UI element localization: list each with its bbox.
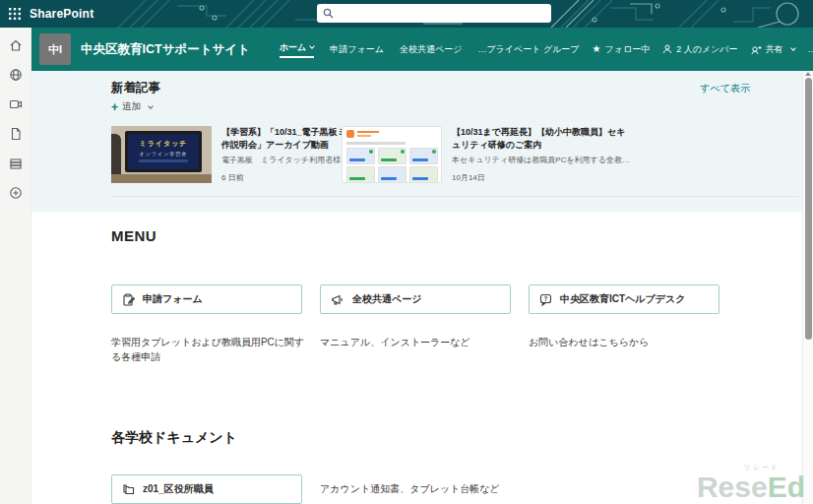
docs-button-z01[interactable]: z01_区役所職員: [111, 474, 302, 504]
suite-bar: SharePoint: [0, 0, 813, 28]
menu-button-helpdesk[interactable]: ? 中央区教育ICTヘルプデスク: [529, 284, 719, 314]
svg-text:?: ?: [544, 294, 548, 301]
nav-application-form[interactable]: 申請フォーム: [330, 43, 384, 56]
person-icon: [662, 44, 672, 54]
megaphone-icon: [331, 293, 344, 306]
site-logo[interactable]: 中I: [39, 33, 71, 65]
docs-description: アカウント通知書、タブレット台帳など: [320, 481, 635, 496]
docs-heading: 各学校ドキュメント: [111, 429, 237, 447]
scrollbar[interactable]: [802, 71, 813, 504]
watermark-reseed: リシード ReseEd: [697, 463, 805, 502]
chevron-down-icon: [790, 45, 796, 51]
main-content: 新着記事 すべて表示 + 追加 ミライタッチ オンライン学習会: [31, 71, 813, 504]
privacy-label: プライベート グループ: [486, 43, 579, 56]
news-card[interactable]: 【10/31まで再延長】【幼小中教職員】セキュリティ研修のご案内 本セキュリティ…: [342, 126, 637, 185]
home-icon[interactable]: [8, 37, 24, 53]
news-title[interactable]: 【10/31まで再延長】【幼小中教職員】セキュリティ研修のご案内: [452, 126, 631, 152]
news-thumbnail-seminar-photo: ミライタッチ オンライン学習会: [111, 126, 212, 183]
clipboard-pen-icon: [122, 293, 135, 306]
site-nav: ホーム 申請フォーム 全校共通ページ …: [280, 41, 486, 58]
share-button[interactable]: 共有: [751, 43, 795, 56]
share-icon: [751, 44, 762, 55]
watermark-ruby: リシード: [697, 463, 780, 472]
star-icon: ★: [593, 44, 601, 54]
nav-common-pages[interactable]: 全校共通ページ: [400, 43, 462, 56]
see-all-link[interactable]: すべて表示: [700, 82, 750, 95]
globe-icon[interactable]: [8, 67, 24, 83]
nav-more[interactable]: …: [477, 44, 486, 54]
search-box[interactable]: [317, 4, 551, 23]
create-plus-icon[interactable]: [8, 185, 24, 201]
members-button[interactable]: 2 人のメンバー: [662, 43, 737, 56]
document-icon[interactable]: [8, 126, 24, 142]
help-chat-icon: ?: [539, 293, 552, 306]
table-surface: [111, 174, 212, 183]
chevron-down-icon: [148, 103, 154, 109]
news-timestamp: 10月14日: [452, 172, 631, 183]
display-screen: ミライタッチ オンライン学習会: [125, 131, 202, 172]
news-thumbnail-webpage: [342, 126, 442, 183]
news-heading: 新着記事: [111, 80, 160, 96]
app-launcher-waffle-icon[interactable]: [0, 0, 30, 28]
menu-button-common-pages[interactable]: 全校共通ページ: [320, 284, 511, 314]
add-news-button[interactable]: + 追加: [111, 100, 153, 113]
header-right: プライベート グループ ★ フォロー中 2 人のメンバー: [486, 43, 813, 56]
scrollbar-thumb[interactable]: [805, 78, 812, 340]
menu-heading: MENU: [111, 227, 156, 244]
chevron-down-icon: [309, 43, 315, 49]
news-section: 新着記事 すべて表示 + 追加 ミライタッチ オンライン学習会: [31, 71, 813, 212]
news-excerpt: 本セキュリティ研修は教職員PCを利用する全教職員を対…: [452, 155, 637, 165]
app-bar: [0, 28, 31, 504]
menu-description: お問い合わせはこちらから: [529, 335, 725, 349]
search-icon: [323, 8, 334, 19]
slide-title-text: ミライタッチ: [128, 139, 199, 149]
search-input[interactable]: [338, 6, 551, 21]
site-header: 中I 中央区教育ICTサポートサイト ホーム 申請フォーム 全校共通ページ … …: [31, 28, 813, 71]
nav-home[interactable]: ホーム: [280, 41, 314, 58]
video-icon[interactable]: [8, 96, 24, 112]
library-icon[interactable]: [8, 156, 24, 171]
menu-description: マニュアル、インストーラーなど: [320, 335, 517, 349]
sharepoint-brand[interactable]: SharePoint: [30, 7, 94, 21]
divider: [111, 196, 799, 197]
menu-description: 学習用タブレットおよび教職員用PCに関する各種申請: [111, 335, 313, 364]
follow-button[interactable]: ★ フォロー中: [593, 43, 651, 56]
header-more[interactable]: …: [808, 44, 813, 54]
plus-icon: +: [111, 101, 118, 113]
folder-copy-icon: [122, 483, 135, 496]
menu-button-application-form[interactable]: 申請フォーム: [111, 284, 302, 314]
scrollbar-up-arrow[interactable]: [805, 72, 811, 76]
page: SharePoint: [0, 0, 813, 504]
slide-subtitle-text: オンライン学習会: [128, 151, 199, 157]
site-title[interactable]: 中央区教育ICTサポートサイト: [81, 41, 250, 58]
